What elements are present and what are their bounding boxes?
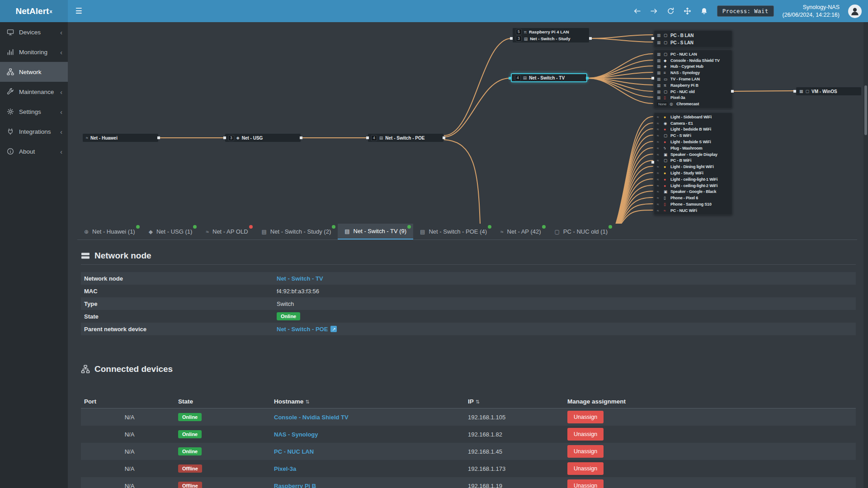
tab-pc-nuc-old[interactable]: ▢ PC - NUC old (1) xyxy=(548,224,615,239)
device-node[interactable]: ▦ ▢ PC - B LAN xyxy=(654,32,732,39)
device-node[interactable]: ≈ ϟ Plug - Washroom xyxy=(654,145,732,151)
sidebar-item-network[interactable]: Network ‹ xyxy=(0,62,68,82)
unassign-button[interactable]: Unassign xyxy=(567,428,604,441)
device-node[interactable]: ≈ ▯ Phone - Samsung S10 xyxy=(654,201,732,207)
unassign-button[interactable]: Unassign xyxy=(567,445,604,458)
sidebar-item-label: About xyxy=(19,148,35,155)
tab-net-ap-old[interactable]: ≈ Net - AP OLD xyxy=(199,224,255,239)
sort-icon[interactable]: ⇅ xyxy=(476,399,480,404)
diagram-node-vm-winos[interactable]: ▦ ▢ VM - WinOS xyxy=(796,87,862,96)
scrollbar-thumb[interactable] xyxy=(864,85,867,135)
hostname-link[interactable]: Console - Nvidia Shield TV xyxy=(274,414,349,421)
device-node[interactable]: ▦ ▢ PC - S LAN xyxy=(654,39,732,46)
ip-cell: 192.168.1.173 xyxy=(468,465,567,472)
hamburger-menu-icon[interactable]: ☰ xyxy=(68,0,90,22)
diagram-node-net-usg[interactable]: 3 ◆ Net - USG xyxy=(225,133,301,142)
status-badge: Offline xyxy=(178,482,202,488)
sidebar-item-settings[interactable]: Settings ‹ xyxy=(0,102,68,122)
connection-icon: ≈ xyxy=(657,196,662,200)
device-node[interactable]: ≈ ≈ PC - NUC WiFi xyxy=(654,207,732,214)
sidebar-item-maintenance[interactable]: Maintenance ‹ xyxy=(0,82,68,102)
user-avatar[interactable] xyxy=(848,5,862,18)
shield-icon: ◆ xyxy=(149,229,153,235)
connector-dot-selected xyxy=(509,77,511,80)
diagram-node-net-switch-study[interactable]: 3 ▤ Net - Switch - Study xyxy=(513,35,589,42)
device-node[interactable]: ≈ ● Light - Sideboard WiFi xyxy=(654,114,732,120)
sidebar-item-label: Network xyxy=(19,69,42,75)
status-dot xyxy=(488,225,491,229)
connector-dot xyxy=(223,136,226,139)
tab-net-huawei[interactable]: ⊕ Net - Huawei (1) xyxy=(77,224,142,239)
device-label: Light - Study WiFi xyxy=(670,171,703,175)
network-node-link[interactable]: Net - Switch - TV xyxy=(277,275,323,282)
device-node[interactable]: ≈ ▯ Phone - Pixel 6 xyxy=(654,195,732,201)
process-status-badge[interactable]: Process: Wait xyxy=(717,5,774,17)
device-node[interactable]: ≈ ▣ Speaker - Google Display xyxy=(654,151,732,158)
unassign-button[interactable]: Unassign xyxy=(567,411,604,423)
mac-value: f4:92:bf:a3:f3:56 xyxy=(277,288,319,295)
chevron-left-icon: ‹ xyxy=(60,48,62,56)
port-cell: N/A xyxy=(81,448,178,455)
sort-icon[interactable]: ⇅ xyxy=(305,399,309,404)
sidebar-item-about[interactable]: About ‹ xyxy=(0,141,68,161)
column-ip[interactable]: IP⇅ xyxy=(468,398,567,405)
device-icon: ● xyxy=(664,164,669,169)
device-label: Hub - Cygnet Hub xyxy=(670,64,703,69)
device-node[interactable]: ≈ ● Light - ceiling-light-1 WiFi xyxy=(654,176,732,183)
sidebar-item-integrations[interactable]: Integrations ‹ xyxy=(0,122,68,141)
device-label: Light - bedside S WiFi xyxy=(670,140,711,144)
parent-node-link[interactable]: Net - Switch - POE xyxy=(277,326,328,333)
device-node[interactable]: ≈ ▣ Speaker - Google - Black xyxy=(654,189,732,195)
sidebar-item-devices[interactable]: Devices ‹ xyxy=(0,22,68,42)
device-node[interactable]: ▦ ▭ TV - Frame LAN xyxy=(654,76,732,82)
vertical-scrollbar[interactable] xyxy=(863,22,868,488)
connection-icon: ≈ xyxy=(657,202,662,206)
move-icon[interactable] xyxy=(684,7,692,15)
device-node[interactable]: ≈ ● Light - bedside S WiFi xyxy=(654,139,732,145)
device-node[interactable]: ▦ ▢ PC - NUC LAN xyxy=(654,51,732,57)
device-node[interactable]: ≈ ▢ PC - B WiFi xyxy=(654,158,732,164)
arrow-left-icon[interactable] xyxy=(633,7,642,15)
external-link-icon[interactable]: ↗ xyxy=(330,326,337,332)
device-node[interactable]: ▦ ▯ Pixel-3a xyxy=(654,95,732,101)
device-node[interactable]: ▦ ▢ PC - NUC old xyxy=(654,89,732,95)
unassign-button[interactable]: Unassign xyxy=(567,462,604,475)
network-topology-diagram[interactable]: ≈ Net - Huawei 3 ◆ Net - USG 4 ▤ Net - S… xyxy=(68,22,868,224)
device-node[interactable]: ▦ ◆ Console - Nvidia Shield TV xyxy=(654,57,732,64)
sidebar-item-monitoring[interactable]: Monitoring ‹ xyxy=(0,42,68,62)
device-node[interactable]: ≈ ▢ PC - S WiFi xyxy=(654,132,732,139)
tab-net-ap[interactable]: ≈ Net - AP (42) xyxy=(494,224,548,239)
tab-net-switch-study[interactable]: ▤ Net - Switch - Study (2) xyxy=(255,224,338,239)
device-label: Pixel-3a xyxy=(670,95,685,100)
column-hostname[interactable]: Hostname⇅ xyxy=(274,398,468,405)
device-label: Plug - Washroom xyxy=(670,146,703,150)
device-node[interactable]: ▦ ◈ Hub - Cygnet Hub xyxy=(654,64,732,70)
main-content: ≈ Net - Huawei 3 ◆ Net - USG 4 ▤ Net - S… xyxy=(68,22,868,488)
device-node[interactable]: ≈ ◉ Camera - E1 xyxy=(654,120,732,127)
bell-icon[interactable] xyxy=(700,7,708,15)
refresh-icon[interactable] xyxy=(667,7,675,15)
diagram-node-raspberry-pi4[interactable]: 5 π Raspberry Pi 4 LAN xyxy=(513,28,589,35)
device-node[interactable]: ≈ ● Light - Study WiFi xyxy=(654,170,732,176)
hostname-link[interactable]: Pixel-3a xyxy=(274,465,296,472)
hostname-link[interactable]: NAS - Synology xyxy=(274,431,318,438)
unassign-button[interactable]: Unassign xyxy=(567,479,604,488)
device-node[interactable]: None ◎ Chromecast xyxy=(654,101,732,107)
device-node[interactable]: ▦ π Raspberry Pi B xyxy=(654,82,732,89)
device-node[interactable]: ≈ ● Light - bedside B WiFi xyxy=(654,127,732,133)
device-node[interactable]: ▦ ≡ NAS - Synology xyxy=(654,70,732,76)
diagram-node-stack-study[interactable]: 5 π Raspberry Pi 4 LAN 3 ▤ Net - Switch … xyxy=(512,28,590,43)
hostname-link[interactable]: Raspberry Pi B xyxy=(274,483,316,488)
device-node[interactable]: ≈ ● Light - ceiling-light-2 WiFi xyxy=(654,183,732,189)
connection-icon: ≈ xyxy=(657,171,662,175)
diagram-node-net-switch-tv-selected[interactable]: 4 ▤ Net - Switch - TV xyxy=(511,73,587,82)
diagram-node-net-huawei[interactable]: ≈ Net - Huawei xyxy=(82,133,159,142)
diagram-node-net-switch-poe[interactable]: 4 ▤ Net - Switch - POE xyxy=(368,133,444,142)
arrow-right-icon[interactable] xyxy=(650,7,658,15)
hostname-link[interactable]: PC - NUC LAN xyxy=(274,448,314,455)
device-node[interactable]: ≈ ● Light - Dining light WiFi xyxy=(654,164,732,170)
tab-net-switch-poe[interactable]: ▤ Net - Switch - POE (4) xyxy=(413,224,494,239)
tab-net-usg[interactable]: ◆ Net - USG (1) xyxy=(142,224,199,239)
device-label: Light - Sideboard WiFi xyxy=(670,115,712,119)
tab-net-switch-tv[interactable]: ▤ Net - Switch - TV (9) xyxy=(338,224,413,239)
